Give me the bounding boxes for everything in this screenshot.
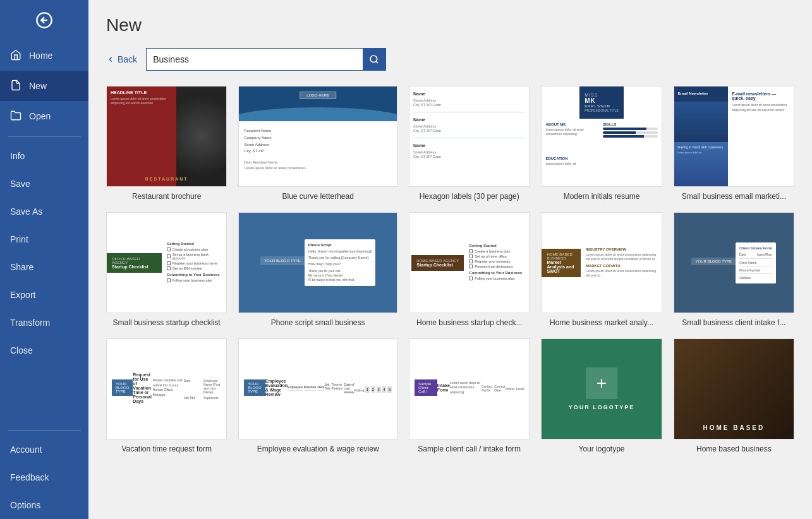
template-label: Phone script small business (238, 318, 397, 327)
sidebar-item-export[interactable]: Export (0, 281, 88, 309)
nav-separator-top (8, 136, 81, 137)
template-label: Restaurant brochure (106, 192, 227, 201)
template-label: Your logotype (541, 444, 662, 453)
template-item[interactable]: HOME BASED Home based business (674, 338, 794, 453)
search-button[interactable] (363, 49, 385, 70)
sidebar-item-transform[interactable]: Transform (0, 309, 88, 337)
svg-line-3 (376, 61, 378, 63)
sidebar-item-share[interactable]: Share (0, 253, 88, 281)
template-label: Employee evaluation & wage review (238, 444, 397, 453)
template-thumbnail: E-mail newsletters —quick, easy Lorem ip… (674, 86, 794, 187)
new-doc-icon (10, 80, 23, 92)
sidebar-item-save[interactable]: Save (0, 170, 88, 198)
sidebar-item-print[interactable]: Print (0, 225, 88, 253)
template-item[interactable]: OFFICE-BASED AGENCY Startup Checklist Ge… (106, 212, 227, 327)
sidebar-back-button[interactable] (0, 0, 88, 40)
template-label: Small business client intake f... (674, 318, 794, 327)
template-thumbnail: HOME-BASED AGENCY Startup Checklist Gett… (409, 212, 530, 313)
sidebar-item-label: Options (10, 500, 40, 510)
template-item[interactable]: E-mail newsletters —quick, easy Lorem ip… (674, 86, 794, 201)
sidebar-item-close[interactable]: Close (0, 337, 88, 364)
template-thumbnail: LOGO HERE Recipient Name Company Name St… (238, 86, 397, 187)
template-label: Home business market analy... (541, 318, 662, 327)
template-label: Sample client call / intake form (409, 444, 530, 453)
template-label: Hexagon labels (30 per page) (409, 192, 530, 201)
home-icon (10, 49, 23, 62)
template-label: Blue curve letterhead (238, 192, 397, 201)
template-item[interactable]: HOME-BASED BUSINESS Market Analysis and … (541, 212, 662, 327)
template-thumbnail: YOUR BLOGO TYPE Request for Use of Vacat… (106, 338, 227, 439)
template-thumbnail: MISS MK KARLSSON PROFESSIONAL TITLE ABOU… (541, 86, 662, 187)
sidebar-item-label: Feedback (10, 472, 49, 482)
template-thumbnail: OFFICE-BASED AGENCY Startup Checklist Ge… (106, 212, 227, 313)
template-thumbnail: HOME BASED (674, 338, 794, 439)
sidebar-item-label: New (29, 81, 47, 91)
search-input[interactable] (147, 50, 363, 69)
sidebar-item-label: Open (29, 111, 51, 121)
template-item[interactable]: HEADLINE TITLE Lorem ipsum dolor sit ame… (106, 86, 227, 201)
sidebar-item-label: Transform (10, 318, 50, 328)
sidebar-item-label: Close (10, 345, 33, 355)
template-item[interactable]: YOUR BLOGO TYPE Phone Script Hello, [ins… (238, 212, 397, 327)
sidebar-item-label: Save (10, 179, 30, 189)
svg-point-2 (370, 56, 377, 63)
open-icon (10, 110, 23, 122)
sidebar-item-label: Export (10, 290, 35, 300)
template-item[interactable]: MISS MK KARLSSON PROFESSIONAL TITLE ABOU… (541, 86, 662, 201)
template-label: Modern initials resume (541, 192, 662, 201)
sidebar-item-label: Save As (10, 206, 42, 217)
nav-separator-bottom (8, 430, 81, 431)
sidebar-item-label: Share (10, 262, 33, 272)
sidebar-item-label: Info (10, 151, 25, 161)
main-content: New Back HEADLINE TITLE Lorem ipsum dolo… (88, 0, 812, 519)
template-item[interactable]: HOME-BASED AGENCY Startup Checklist Gett… (409, 212, 530, 327)
sidebar-item-feedback[interactable]: Feedback (0, 463, 88, 491)
page-title: New (106, 15, 794, 35)
nav-items: Home New Open Info Save Save As Print (0, 40, 88, 425)
template-thumbnail: YOUR BLOGO TYPE Employee Evaluation& Wag… (238, 338, 397, 439)
sidebar-item-home[interactable]: Home (0, 40, 88, 71)
back-link[interactable]: Back (106, 54, 137, 64)
template-thumbnail: + YOUR LOGOTYPE (541, 338, 662, 439)
sidebar-item-info[interactable]: Info (0, 142, 88, 170)
template-label: Small business startup checklist (106, 318, 227, 327)
sidebar-item-saveas[interactable]: Save As (0, 198, 88, 225)
back-arrow-icon (106, 55, 115, 64)
template-item[interactable]: Name Street Address City, ST ZIP Code Na… (409, 86, 530, 201)
template-item[interactable]: YOUR BLOGO TYPE Request for Use of Vacat… (106, 338, 227, 453)
sidebar-item-account[interactable]: Account (0, 436, 88, 463)
template-thumbnail: YOUR BLOGO TYPE Phone Script Hello, [ins… (238, 212, 397, 313)
template-thumbnail: Sample Client Call / Intake Form Lorem i… (409, 338, 530, 439)
template-thumbnail: HEADLINE TITLE Lorem ipsum dolor sit ame… (106, 86, 227, 187)
sidebar-item-label: Account (10, 444, 42, 455)
template-item[interactable]: LOGO HERE Recipient Name Company Name St… (238, 86, 397, 201)
sidebar-item-open[interactable]: Open (0, 101, 88, 131)
template-thumbnail: HOME-BASED BUSINESS Market Analysis and … (541, 212, 662, 313)
template-item[interactable]: YOUR BLOGO TYPE Employee Evaluation& Wag… (238, 338, 397, 453)
search-icon (369, 54, 379, 64)
template-label: Small business email marketi... (674, 192, 794, 201)
template-thumbnail: YOUR BLOGO TYPE Client Intake Form Date … (674, 212, 794, 313)
sidebar-item-label: Home (29, 51, 52, 61)
search-row: Back (106, 48, 794, 71)
back-link-label: Back (118, 54, 137, 64)
sidebar: Home New Open Info Save Save As Print (0, 0, 88, 519)
template-label: Vacation time request form (106, 444, 227, 453)
template-grid: HEADLINE TITLE Lorem ipsum dolor sit ame… (106, 86, 794, 453)
nav-bottom: Account Feedback Options (0, 425, 88, 519)
template-item[interactable]: + YOUR LOGOTYPE Your logotype (541, 338, 662, 453)
template-item[interactable]: Sample Client Call / Intake Form Lorem i… (409, 338, 530, 453)
sidebar-item-label: Print (10, 234, 28, 244)
search-container (146, 48, 386, 71)
template-label: Home business startup check... (409, 318, 530, 327)
template-label: Home based business (674, 444, 794, 453)
template-thumbnail: Name Street Address City, ST ZIP Code Na… (409, 86, 530, 187)
template-item[interactable]: YOUR BLOGO TYPE Client Intake Form Date … (674, 212, 794, 327)
sidebar-item-options[interactable]: Options (0, 491, 88, 519)
sidebar-item-new[interactable]: New (0, 71, 88, 101)
